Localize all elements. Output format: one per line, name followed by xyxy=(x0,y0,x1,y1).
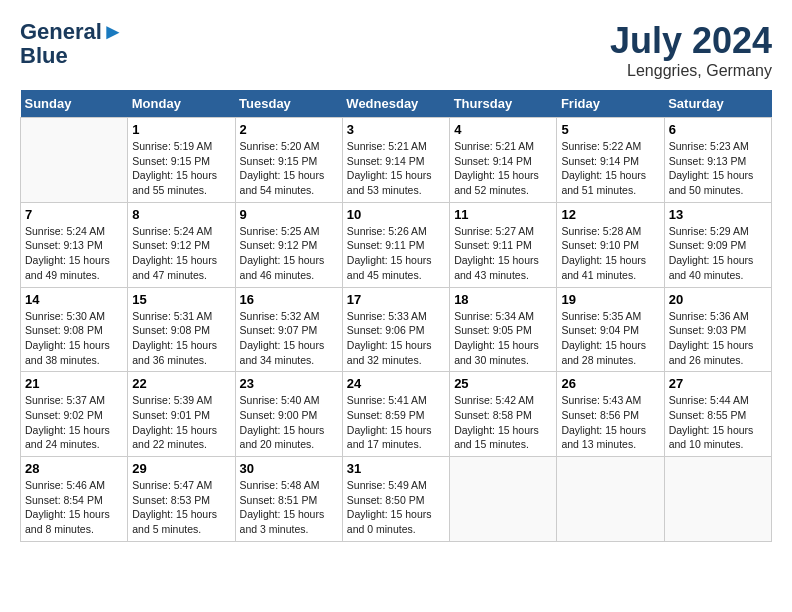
day-number: 1 xyxy=(132,122,230,137)
week-row-3: 14Sunrise: 5:30 AM Sunset: 9:08 PM Dayli… xyxy=(21,287,772,372)
week-row-1: 1Sunrise: 5:19 AM Sunset: 9:15 PM Daylig… xyxy=(21,118,772,203)
day-number: 30 xyxy=(240,461,338,476)
day-number: 11 xyxy=(454,207,552,222)
calendar-header-row: SundayMondayTuesdayWednesdayThursdayFrid… xyxy=(21,90,772,118)
day-number: 31 xyxy=(347,461,445,476)
day-cell: 30Sunrise: 5:48 AM Sunset: 8:51 PM Dayli… xyxy=(235,457,342,542)
day-info: Sunrise: 5:24 AM Sunset: 9:13 PM Dayligh… xyxy=(25,224,123,283)
col-header-monday: Monday xyxy=(128,90,235,118)
day-number: 10 xyxy=(347,207,445,222)
day-number: 9 xyxy=(240,207,338,222)
day-cell: 22Sunrise: 5:39 AM Sunset: 9:01 PM Dayli… xyxy=(128,372,235,457)
day-number: 5 xyxy=(561,122,659,137)
day-cell: 8Sunrise: 5:24 AM Sunset: 9:12 PM Daylig… xyxy=(128,202,235,287)
day-info: Sunrise: 5:47 AM Sunset: 8:53 PM Dayligh… xyxy=(132,478,230,537)
day-info: Sunrise: 5:33 AM Sunset: 9:06 PM Dayligh… xyxy=(347,309,445,368)
day-cell: 17Sunrise: 5:33 AM Sunset: 9:06 PM Dayli… xyxy=(342,287,449,372)
day-info: Sunrise: 5:19 AM Sunset: 9:15 PM Dayligh… xyxy=(132,139,230,198)
day-cell: 28Sunrise: 5:46 AM Sunset: 8:54 PM Dayli… xyxy=(21,457,128,542)
day-cell: 16Sunrise: 5:32 AM Sunset: 9:07 PM Dayli… xyxy=(235,287,342,372)
day-info: Sunrise: 5:29 AM Sunset: 9:09 PM Dayligh… xyxy=(669,224,767,283)
day-cell: 24Sunrise: 5:41 AM Sunset: 8:59 PM Dayli… xyxy=(342,372,449,457)
logo: General►Blue xyxy=(20,20,124,68)
day-number: 17 xyxy=(347,292,445,307)
day-cell: 10Sunrise: 5:26 AM Sunset: 9:11 PM Dayli… xyxy=(342,202,449,287)
day-number: 25 xyxy=(454,376,552,391)
day-cell: 5Sunrise: 5:22 AM Sunset: 9:14 PM Daylig… xyxy=(557,118,664,203)
week-row-5: 28Sunrise: 5:46 AM Sunset: 8:54 PM Dayli… xyxy=(21,457,772,542)
title-block: July 2024 Lenggries, Germany xyxy=(610,20,772,80)
page-header: General►Blue July 2024 Lenggries, German… xyxy=(20,20,772,80)
day-number: 21 xyxy=(25,376,123,391)
day-number: 29 xyxy=(132,461,230,476)
day-cell: 9Sunrise: 5:25 AM Sunset: 9:12 PM Daylig… xyxy=(235,202,342,287)
day-cell: 3Sunrise: 5:21 AM Sunset: 9:14 PM Daylig… xyxy=(342,118,449,203)
day-number: 2 xyxy=(240,122,338,137)
day-cell: 27Sunrise: 5:44 AM Sunset: 8:55 PM Dayli… xyxy=(664,372,771,457)
day-number: 20 xyxy=(669,292,767,307)
day-cell: 7Sunrise: 5:24 AM Sunset: 9:13 PM Daylig… xyxy=(21,202,128,287)
day-info: Sunrise: 5:23 AM Sunset: 9:13 PM Dayligh… xyxy=(669,139,767,198)
day-number: 15 xyxy=(132,292,230,307)
day-info: Sunrise: 5:48 AM Sunset: 8:51 PM Dayligh… xyxy=(240,478,338,537)
day-info: Sunrise: 5:35 AM Sunset: 9:04 PM Dayligh… xyxy=(561,309,659,368)
col-header-saturday: Saturday xyxy=(664,90,771,118)
day-number: 8 xyxy=(132,207,230,222)
location: Lenggries, Germany xyxy=(610,62,772,80)
day-info: Sunrise: 5:43 AM Sunset: 8:56 PM Dayligh… xyxy=(561,393,659,452)
col-header-thursday: Thursday xyxy=(450,90,557,118)
day-cell xyxy=(21,118,128,203)
day-info: Sunrise: 5:44 AM Sunset: 8:55 PM Dayligh… xyxy=(669,393,767,452)
day-cell: 1Sunrise: 5:19 AM Sunset: 9:15 PM Daylig… xyxy=(128,118,235,203)
day-cell: 11Sunrise: 5:27 AM Sunset: 9:11 PM Dayli… xyxy=(450,202,557,287)
day-number: 28 xyxy=(25,461,123,476)
day-info: Sunrise: 5:25 AM Sunset: 9:12 PM Dayligh… xyxy=(240,224,338,283)
day-info: Sunrise: 5:42 AM Sunset: 8:58 PM Dayligh… xyxy=(454,393,552,452)
week-row-4: 21Sunrise: 5:37 AM Sunset: 9:02 PM Dayli… xyxy=(21,372,772,457)
day-number: 22 xyxy=(132,376,230,391)
day-number: 6 xyxy=(669,122,767,137)
day-number: 27 xyxy=(669,376,767,391)
day-number: 3 xyxy=(347,122,445,137)
day-cell: 26Sunrise: 5:43 AM Sunset: 8:56 PM Dayli… xyxy=(557,372,664,457)
calendar-table: SundayMondayTuesdayWednesdayThursdayFrid… xyxy=(20,90,772,542)
day-cell: 6Sunrise: 5:23 AM Sunset: 9:13 PM Daylig… xyxy=(664,118,771,203)
day-cell: 15Sunrise: 5:31 AM Sunset: 9:08 PM Dayli… xyxy=(128,287,235,372)
day-info: Sunrise: 5:31 AM Sunset: 9:08 PM Dayligh… xyxy=(132,309,230,368)
day-cell: 14Sunrise: 5:30 AM Sunset: 9:08 PM Dayli… xyxy=(21,287,128,372)
day-cell: 20Sunrise: 5:36 AM Sunset: 9:03 PM Dayli… xyxy=(664,287,771,372)
day-number: 12 xyxy=(561,207,659,222)
week-row-2: 7Sunrise: 5:24 AM Sunset: 9:13 PM Daylig… xyxy=(21,202,772,287)
day-number: 4 xyxy=(454,122,552,137)
day-info: Sunrise: 5:49 AM Sunset: 8:50 PM Dayligh… xyxy=(347,478,445,537)
day-number: 7 xyxy=(25,207,123,222)
col-header-friday: Friday xyxy=(557,90,664,118)
day-info: Sunrise: 5:32 AM Sunset: 9:07 PM Dayligh… xyxy=(240,309,338,368)
day-cell: 18Sunrise: 5:34 AM Sunset: 9:05 PM Dayli… xyxy=(450,287,557,372)
day-info: Sunrise: 5:34 AM Sunset: 9:05 PM Dayligh… xyxy=(454,309,552,368)
day-info: Sunrise: 5:22 AM Sunset: 9:14 PM Dayligh… xyxy=(561,139,659,198)
day-cell: 12Sunrise: 5:28 AM Sunset: 9:10 PM Dayli… xyxy=(557,202,664,287)
day-number: 19 xyxy=(561,292,659,307)
day-info: Sunrise: 5:46 AM Sunset: 8:54 PM Dayligh… xyxy=(25,478,123,537)
day-info: Sunrise: 5:40 AM Sunset: 9:00 PM Dayligh… xyxy=(240,393,338,452)
day-cell: 13Sunrise: 5:29 AM Sunset: 9:09 PM Dayli… xyxy=(664,202,771,287)
day-info: Sunrise: 5:27 AM Sunset: 9:11 PM Dayligh… xyxy=(454,224,552,283)
day-cell: 21Sunrise: 5:37 AM Sunset: 9:02 PM Dayli… xyxy=(21,372,128,457)
day-cell xyxy=(450,457,557,542)
logo-text: General►Blue xyxy=(20,20,124,68)
day-number: 18 xyxy=(454,292,552,307)
day-cell: 2Sunrise: 5:20 AM Sunset: 9:15 PM Daylig… xyxy=(235,118,342,203)
col-header-wednesday: Wednesday xyxy=(342,90,449,118)
day-cell: 29Sunrise: 5:47 AM Sunset: 8:53 PM Dayli… xyxy=(128,457,235,542)
col-header-tuesday: Tuesday xyxy=(235,90,342,118)
day-info: Sunrise: 5:41 AM Sunset: 8:59 PM Dayligh… xyxy=(347,393,445,452)
day-cell: 25Sunrise: 5:42 AM Sunset: 8:58 PM Dayli… xyxy=(450,372,557,457)
day-info: Sunrise: 5:21 AM Sunset: 9:14 PM Dayligh… xyxy=(347,139,445,198)
day-cell: 23Sunrise: 5:40 AM Sunset: 9:00 PM Dayli… xyxy=(235,372,342,457)
day-info: Sunrise: 5:24 AM Sunset: 9:12 PM Dayligh… xyxy=(132,224,230,283)
day-cell: 4Sunrise: 5:21 AM Sunset: 9:14 PM Daylig… xyxy=(450,118,557,203)
day-cell: 19Sunrise: 5:35 AM Sunset: 9:04 PM Dayli… xyxy=(557,287,664,372)
month-year: July 2024 xyxy=(610,20,772,62)
day-cell xyxy=(664,457,771,542)
